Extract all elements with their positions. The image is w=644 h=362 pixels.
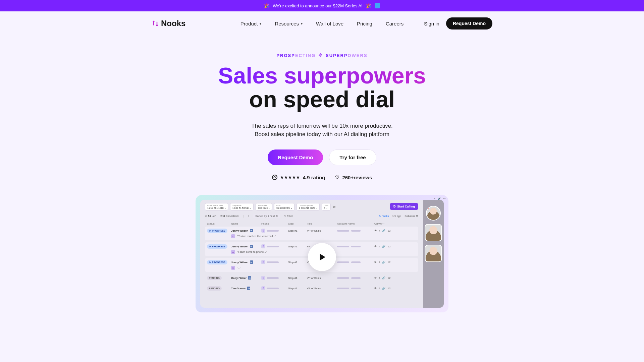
- left-count: ✆ 51 Left: [205, 215, 216, 218]
- avatar[interactable]: [425, 245, 442, 262]
- headline: Sales superpowers on speed dial: [78, 64, 566, 112]
- status-badge: IN PROGRESS: [207, 260, 227, 264]
- party-emoji: 🎉: [264, 3, 269, 8]
- lightning-icon: [318, 53, 323, 58]
- settings-icon[interactable]: ⇄: [333, 205, 335, 209]
- col-title: Title: [307, 222, 337, 225]
- reviews-text: 260+reviews: [342, 175, 372, 180]
- col-name: Name: [231, 222, 261, 225]
- subheadline: The sales reps of tomorrow will be 10x m…: [78, 122, 566, 139]
- filter-intro[interactable]: Intro General Intro▾: [274, 203, 294, 210]
- phone-icon[interactable]: ▯: [261, 286, 265, 290]
- filter-label-name[interactable]: Label Name Here 1 212 561 1818▾: [205, 203, 228, 210]
- linkedin-icon[interactable]: in: [247, 287, 250, 290]
- chevron-down-icon: ▾: [250, 207, 251, 209]
- activity-cell: 👁4 🔗12: [374, 261, 397, 264]
- phone-cell: ▯: [261, 244, 288, 248]
- expand-icon[interactable]: ⤢: [433, 200, 436, 200]
- title-cell: VP of Sales: [307, 287, 337, 290]
- filter-sequence[interactable]: Sequence 1 650 51 50 514▾: [230, 203, 254, 210]
- name-cell: Jenny Wilson in: [231, 229, 261, 232]
- title-cell: VP of Sales: [307, 277, 337, 280]
- col-status: Status: [207, 222, 231, 225]
- filter-callback[interactable]: Callback phone 1 736 216 8820▾: [297, 203, 320, 210]
- nav-careers[interactable]: Careers: [386, 21, 404, 26]
- play-video-button[interactable]: [308, 243, 336, 271]
- step-cell: Step #1: [288, 229, 307, 232]
- avatar[interactable]: [425, 224, 442, 241]
- account-cell: [337, 261, 374, 263]
- linkedin-icon[interactable]: in: [250, 260, 253, 264]
- chevron-right-icon: ›: [238, 215, 239, 218]
- brand-logo[interactable]: Nooks: [152, 19, 185, 28]
- col-step: Step: [288, 222, 307, 225]
- time-ago: 1m ago: [392, 215, 401, 218]
- sorted-by-chip[interactable]: Sorted by 1 field ✕: [253, 214, 280, 218]
- announcement-bar[interactable]: 🎉 We're excited to announce our $22M Ser…: [0, 0, 644, 11]
- phone-icon[interactable]: ▯: [261, 276, 265, 280]
- step-cell: Step #1: [288, 261, 307, 264]
- name-cell: Jenny Wilson in: [231, 245, 261, 248]
- headline-top: Sales superpowers: [218, 63, 426, 88]
- hero: PROSPECTING SUPERPOWERS Sales superpower…: [78, 52, 566, 180]
- party-emoji: 🎉: [366, 3, 371, 8]
- g2-icon: G: [272, 175, 277, 180]
- chevron-down-icon: ▾: [291, 207, 292, 209]
- phone-icon[interactable]: ▯: [261, 244, 265, 248]
- settings-icon: ⚙: [416, 215, 418, 218]
- filter-calls[interactable]: Calls 4▾: [322, 203, 331, 210]
- nav-resources[interactable]: Resources ▾: [275, 21, 303, 26]
- filter-value: 1 212 561 1818: [207, 207, 224, 209]
- presence-sidebar: ⤢ 🔊 ⋯: [423, 200, 444, 308]
- step-cell: Step #1: [288, 287, 307, 290]
- linkedin-icon[interactable]: in: [250, 229, 253, 232]
- activity-cell: 👁4 🔗12: [374, 245, 397, 248]
- account-cell: [337, 277, 374, 279]
- table-row[interactable]: PENDINGTim Graves in▯Step #1VP of Sales👁…: [205, 284, 418, 293]
- filter-voicemail[interactable]: Voicemail Call back▾: [256, 203, 272, 210]
- try-for-free-button[interactable]: Try for free: [329, 149, 376, 165]
- product-screenshot: Label Name Here 1 212 561 1818▾ Sequence…: [196, 195, 448, 312]
- account-cell: [337, 288, 374, 289]
- linkedin-icon[interactable]: in: [248, 276, 251, 280]
- columns-button[interactable]: Columns ⚙: [405, 215, 418, 218]
- table-row[interactable]: IN PROGRESSJenny Wilson in▯Step #1VP of …: [205, 227, 418, 240]
- start-calling-button[interactable]: ✆ Start Calling: [390, 203, 418, 210]
- name-cell: Jenny Wilson in: [231, 260, 261, 264]
- phone-icon[interactable]: ▯: [261, 229, 265, 233]
- phone-cell: ▯: [261, 260, 288, 264]
- table-row[interactable]: PENDINGCody Fisher in▯Step #1VP of Sales…: [205, 274, 418, 282]
- filter-icon: ▽: [284, 215, 286, 218]
- svg-rect-3: [157, 21, 158, 25]
- nav-pricing[interactable]: Pricing: [357, 21, 372, 26]
- avatar[interactable]: [426, 206, 441, 221]
- eye-icon: 👁: [374, 261, 377, 264]
- chevron-down-icon: ▾: [269, 207, 270, 209]
- linkedin-icon[interactable]: in: [250, 245, 253, 248]
- phone-icon[interactable]: ▯: [261, 260, 265, 264]
- reviews-item: ♡ 260+reviews: [335, 175, 372, 180]
- step-cell: Step #1: [288, 277, 307, 280]
- nav-product[interactable]: Product ▾: [240, 21, 262, 26]
- account-cell: [337, 246, 374, 247]
- request-demo-button[interactable]: Request Demo: [446, 17, 492, 29]
- more-icon[interactable]: ⋯: [443, 200, 444, 200]
- play-icon: [317, 252, 327, 262]
- close-icon[interactable]: ✕: [276, 215, 278, 218]
- hero-request-demo-button[interactable]: Request Demo: [268, 149, 323, 165]
- status-badge: PENDING: [207, 286, 222, 291]
- nav-wall-of-love[interactable]: Wall of Love: [316, 21, 343, 26]
- voicemail-icon: ▭: [231, 266, 235, 270]
- tasks-link[interactable]: ↻ Tasks: [379, 215, 389, 218]
- tagline-word1a: PROSP: [276, 53, 295, 58]
- tagline-word2b: OWERS: [347, 53, 367, 58]
- link-icon: 🔗: [382, 229, 385, 232]
- col-activity: Activity ↑: [374, 222, 397, 225]
- voicemail-icon: ▭: [231, 234, 235, 238]
- cancelled-count[interactable]: ✆ 8 Cancelled ›: [220, 215, 239, 218]
- filter-label: Label Name Here: [207, 204, 226, 206]
- sign-in-link[interactable]: Sign in: [424, 21, 439, 26]
- volume-icon[interactable]: 🔊: [438, 200, 441, 200]
- link-icon: 🔗: [382, 245, 385, 248]
- filter-button[interactable]: ▽ Filter: [284, 215, 293, 218]
